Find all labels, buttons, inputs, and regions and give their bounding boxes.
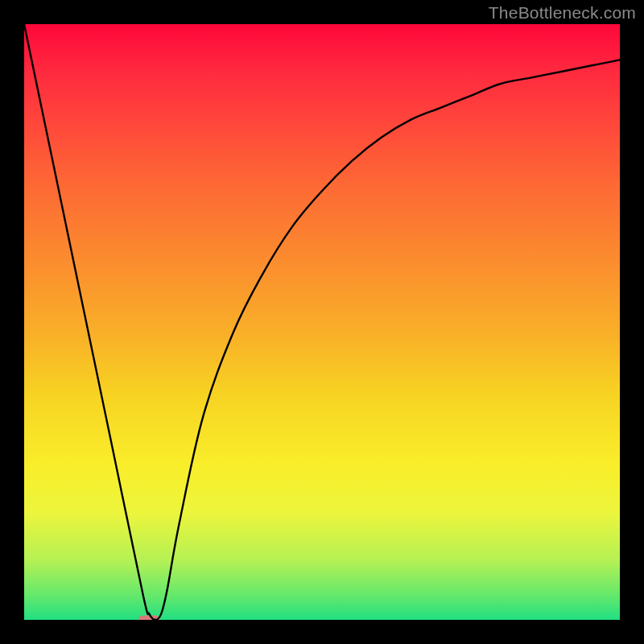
bottleneck-curve-path (24, 24, 620, 620)
bottleneck-chart (24, 24, 620, 620)
watermark-text: TheBottleneck.com (489, 3, 636, 23)
chart-frame: TheBottleneck.com (0, 0, 644, 644)
plot-area (24, 24, 620, 620)
